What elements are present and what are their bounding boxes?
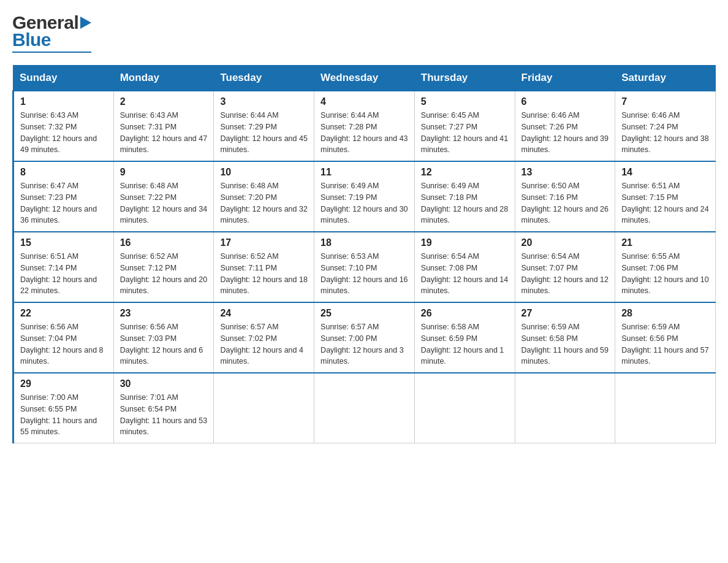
calendar-cell: 17Sunrise: 6:52 AMSunset: 7:11 PMDayligh… xyxy=(214,232,314,302)
day-info: Sunrise: 6:59 AMSunset: 6:58 PMDaylight:… xyxy=(521,321,609,367)
day-number: 29 xyxy=(20,378,107,389)
day-number: 28 xyxy=(621,308,709,319)
calendar-week-row: 15Sunrise: 6:51 AMSunset: 7:14 PMDayligh… xyxy=(13,232,716,302)
calendar-cell: 24Sunrise: 6:57 AMSunset: 7:02 PMDayligh… xyxy=(214,302,314,373)
calendar-cell: 1Sunrise: 6:43 AMSunset: 7:32 PMDaylight… xyxy=(13,91,114,161)
calendar-cell: 5Sunrise: 6:45 AMSunset: 7:27 PMDaylight… xyxy=(414,91,515,161)
day-info: Sunrise: 6:53 AMSunset: 7:10 PMDaylight:… xyxy=(320,251,408,297)
weekday-header-wednesday: Wednesday xyxy=(314,66,415,91)
day-number: 30 xyxy=(120,378,208,389)
day-info: Sunrise: 6:45 AMSunset: 7:27 PMDaylight:… xyxy=(421,110,509,156)
calendar-cell: 13Sunrise: 6:50 AMSunset: 7:16 PMDayligh… xyxy=(515,161,615,232)
day-number: 16 xyxy=(120,237,208,248)
weekday-header-tuesday: Tuesday xyxy=(214,66,314,91)
day-number: 6 xyxy=(521,96,609,107)
day-info: Sunrise: 6:58 AMSunset: 6:59 PMDaylight:… xyxy=(421,321,509,367)
calendar-cell: 4Sunrise: 6:44 AMSunset: 7:28 PMDaylight… xyxy=(314,91,415,161)
day-number: 5 xyxy=(421,96,509,107)
day-number: 9 xyxy=(120,167,208,178)
day-info: Sunrise: 6:51 AMSunset: 7:14 PMDaylight:… xyxy=(20,251,107,297)
day-number: 13 xyxy=(521,167,609,178)
calendar-cell: 21Sunrise: 6:55 AMSunset: 7:06 PMDayligh… xyxy=(615,232,716,302)
day-number: 26 xyxy=(421,308,509,319)
day-number: 27 xyxy=(521,308,609,319)
day-number: 1 xyxy=(20,96,107,107)
calendar-cell: 22Sunrise: 6:56 AMSunset: 7:04 PMDayligh… xyxy=(13,302,114,373)
day-info: Sunrise: 6:43 AMSunset: 7:31 PMDaylight:… xyxy=(120,110,208,156)
calendar-week-row: 22Sunrise: 6:56 AMSunset: 7:04 PMDayligh… xyxy=(13,302,716,373)
day-number: 22 xyxy=(20,308,107,319)
day-info: Sunrise: 6:56 AMSunset: 7:04 PMDaylight:… xyxy=(20,321,107,367)
day-info: Sunrise: 6:56 AMSunset: 7:03 PMDaylight:… xyxy=(120,321,208,367)
day-info: Sunrise: 6:50 AMSunset: 7:16 PMDaylight:… xyxy=(521,180,609,226)
calendar-week-row: 1Sunrise: 6:43 AMSunset: 7:32 PMDaylight… xyxy=(13,91,716,161)
calendar-cell xyxy=(214,373,314,443)
day-info: Sunrise: 6:54 AMSunset: 7:07 PMDaylight:… xyxy=(521,251,609,297)
weekday-header-row: SundayMondayTuesdayWednesdayThursdayFrid… xyxy=(13,66,716,91)
day-info: Sunrise: 6:48 AMSunset: 7:22 PMDaylight:… xyxy=(120,180,208,226)
day-number: 10 xyxy=(220,167,308,178)
weekday-header-sunday: Sunday xyxy=(13,66,114,91)
day-info: Sunrise: 6:46 AMSunset: 7:26 PMDaylight:… xyxy=(521,110,609,156)
calendar-cell xyxy=(615,373,716,443)
day-number: 19 xyxy=(421,237,509,248)
logo: General Blue xyxy=(12,12,91,53)
day-info: Sunrise: 6:48 AMSunset: 7:20 PMDaylight:… xyxy=(220,180,308,226)
calendar-cell: 30Sunrise: 7:01 AMSunset: 6:54 PMDayligh… xyxy=(113,373,214,443)
page-header: General Blue xyxy=(12,12,716,53)
calendar-cell: 16Sunrise: 6:52 AMSunset: 7:12 PMDayligh… xyxy=(113,232,214,302)
calendar-cell: 18Sunrise: 6:53 AMSunset: 7:10 PMDayligh… xyxy=(314,232,415,302)
day-info: Sunrise: 6:57 AMSunset: 7:02 PMDaylight:… xyxy=(220,321,308,367)
day-info: Sunrise: 6:57 AMSunset: 7:00 PMDaylight:… xyxy=(320,321,408,367)
day-number: 21 xyxy=(621,237,709,248)
day-info: Sunrise: 7:00 AMSunset: 6:55 PMDaylight:… xyxy=(20,392,107,438)
day-number: 11 xyxy=(320,167,408,178)
day-number: 8 xyxy=(20,167,107,178)
day-info: Sunrise: 6:47 AMSunset: 7:23 PMDaylight:… xyxy=(20,180,107,226)
day-info: Sunrise: 6:54 AMSunset: 7:08 PMDaylight:… xyxy=(421,251,509,297)
day-number: 23 xyxy=(120,308,208,319)
day-number: 18 xyxy=(320,237,408,248)
day-number: 14 xyxy=(621,167,709,178)
calendar-cell: 25Sunrise: 6:57 AMSunset: 7:00 PMDayligh… xyxy=(314,302,415,373)
day-number: 7 xyxy=(621,96,709,107)
weekday-header-monday: Monday xyxy=(113,66,214,91)
calendar-cell: 11Sunrise: 6:49 AMSunset: 7:19 PMDayligh… xyxy=(314,161,415,232)
calendar-cell: 27Sunrise: 6:59 AMSunset: 6:58 PMDayligh… xyxy=(515,302,615,373)
calendar-cell: 9Sunrise: 6:48 AMSunset: 7:22 PMDaylight… xyxy=(113,161,214,232)
calendar-table: SundayMondayTuesdayWednesdayThursdayFrid… xyxy=(12,65,716,443)
weekday-header-thursday: Thursday xyxy=(414,66,515,91)
calendar-cell: 26Sunrise: 6:58 AMSunset: 6:59 PMDayligh… xyxy=(414,302,515,373)
day-number: 12 xyxy=(421,167,509,178)
day-number: 17 xyxy=(220,237,308,248)
calendar-cell: 10Sunrise: 6:48 AMSunset: 7:20 PMDayligh… xyxy=(214,161,314,232)
day-number: 4 xyxy=(320,96,408,107)
day-info: Sunrise: 6:49 AMSunset: 7:19 PMDaylight:… xyxy=(320,180,408,226)
weekday-header-saturday: Saturday xyxy=(615,66,716,91)
calendar-cell xyxy=(314,373,415,443)
day-info: Sunrise: 6:52 AMSunset: 7:12 PMDaylight:… xyxy=(120,251,208,297)
calendar-cell: 23Sunrise: 6:56 AMSunset: 7:03 PMDayligh… xyxy=(113,302,214,373)
calendar-cell: 3Sunrise: 6:44 AMSunset: 7:29 PMDaylight… xyxy=(214,91,314,161)
calendar-cell: 7Sunrise: 6:46 AMSunset: 7:24 PMDaylight… xyxy=(615,91,716,161)
weekday-header-friday: Friday xyxy=(515,66,615,91)
calendar-cell xyxy=(414,373,515,443)
day-info: Sunrise: 6:55 AMSunset: 7:06 PMDaylight:… xyxy=(621,251,709,297)
calendar-cell: 29Sunrise: 7:00 AMSunset: 6:55 PMDayligh… xyxy=(13,373,114,443)
day-number: 25 xyxy=(320,308,408,319)
calendar-cell: 28Sunrise: 6:59 AMSunset: 6:56 PMDayligh… xyxy=(615,302,716,373)
day-number: 2 xyxy=(120,96,208,107)
day-number: 3 xyxy=(220,96,308,107)
day-info: Sunrise: 6:59 AMSunset: 6:56 PMDaylight:… xyxy=(621,321,709,367)
logo-blue-text: Blue xyxy=(12,29,51,50)
day-info: Sunrise: 6:49 AMSunset: 7:18 PMDaylight:… xyxy=(421,180,509,226)
day-info: Sunrise: 6:46 AMSunset: 7:24 PMDaylight:… xyxy=(621,110,709,156)
day-info: Sunrise: 6:51 AMSunset: 7:15 PMDaylight:… xyxy=(621,180,709,226)
day-info: Sunrise: 7:01 AMSunset: 6:54 PMDaylight:… xyxy=(120,392,208,438)
calendar-cell: 19Sunrise: 6:54 AMSunset: 7:08 PMDayligh… xyxy=(414,232,515,302)
day-info: Sunrise: 6:43 AMSunset: 7:32 PMDaylight:… xyxy=(20,110,107,156)
day-info: Sunrise: 6:44 AMSunset: 7:28 PMDaylight:… xyxy=(320,110,408,156)
calendar-week-row: 8Sunrise: 6:47 AMSunset: 7:23 PMDaylight… xyxy=(13,161,716,232)
calendar-cell xyxy=(515,373,615,443)
day-number: 24 xyxy=(220,308,308,319)
